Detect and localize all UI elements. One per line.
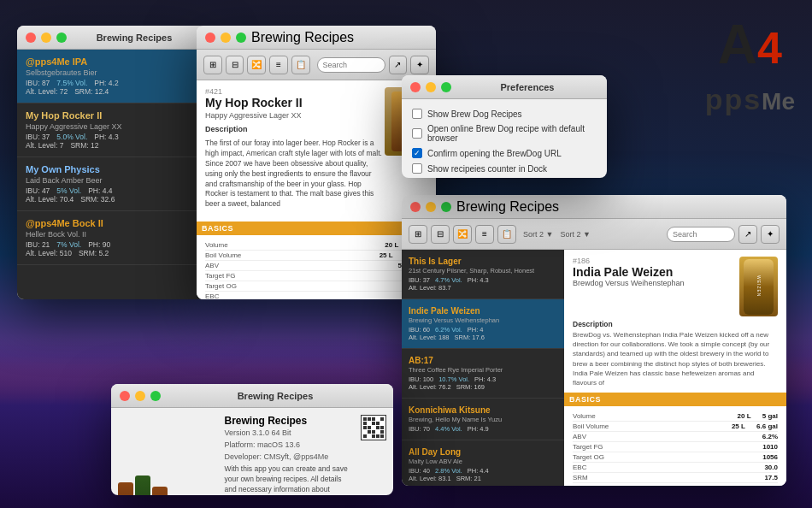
- ibu-val: IBU: 21: [26, 240, 50, 249]
- checkbox-3[interactable]: ✓: [412, 148, 422, 158]
- srm-v: 17.5: [764, 474, 778, 481]
- right-list-item[interactable]: All Day Long Malty Low ABV Ale IBU: 40 2…: [402, 440, 564, 486]
- rli-abv: 2.8% Vol.: [435, 467, 462, 475]
- about-platform: Platform: macOS 13.6: [225, 440, 353, 449]
- toolbar-btn-5[interactable]: 📋: [291, 56, 310, 74]
- close-button-main[interactable]: [205, 32, 215, 43]
- right-btn-3[interactable]: 🔀: [453, 225, 472, 244]
- rli-sub: 21st Century Pilsner, Sharp, Robust, Hon…: [409, 267, 557, 275]
- recipe-info: #421 My Hop Rocker II Happy Aggressive L…: [205, 87, 385, 216]
- maximize-button[interactable]: [56, 32, 67, 43]
- pref-item-3[interactable]: ✓ Confirm opening the BrewDog URL: [412, 145, 597, 161]
- item-stats: IBU: 37 5.0% Vol. PH: 4.3: [26, 133, 197, 141]
- maximize-button-main[interactable]: [236, 32, 246, 43]
- right-list-item[interactable]: Konnichiwa Kitsune Brewing, Hello My Nam…: [402, 399, 564, 440]
- rli-stats: IBU: 60 6.2% Vol. PH: 4: [409, 326, 557, 334]
- right-list-item[interactable]: This Is Lager 21st Century Pilsner, Shar…: [402, 250, 564, 299]
- maximize-about[interactable]: [150, 391, 161, 401]
- search-button[interactable]: ↗: [389, 56, 408, 74]
- boil-label: Boil Volume: [205, 251, 241, 259]
- rli-ph: PH: 4.3: [468, 276, 489, 284]
- minimize-prefs[interactable]: [426, 82, 436, 92]
- close-prefs[interactable]: [410, 82, 421, 92]
- right-list-item[interactable]: Indie Pale Weizen Brewing Versus Weihens…: [402, 299, 564, 349]
- about-title: Brewing Recipes: [166, 391, 385, 401]
- rli-ibu: IBU: 100: [409, 375, 433, 383]
- add-button[interactable]: ✦: [410, 56, 429, 74]
- minimize-button-main[interactable]: [221, 32, 231, 43]
- detail-info: #186 India Pale Weizen Brewdog Versus We…: [573, 257, 684, 316]
- item-subtitle: Laid Back Amber Beer: [26, 176, 197, 185]
- ebc-label: EBC: [205, 292, 219, 299]
- toolbar-btn-2[interactable]: ⊟: [226, 56, 244, 74]
- right-btn-2[interactable]: ⊟: [431, 225, 450, 244]
- vol-val: 20 L 5 gal: [738, 412, 778, 420]
- checkbox-1[interactable]: [412, 109, 422, 119]
- item-name: My Own Physics: [26, 164, 197, 174]
- close-right[interactable]: [410, 202, 421, 212]
- right-btn-5[interactable]: 📋: [497, 225, 516, 244]
- list-item[interactable]: My Hop Rocker II Happy Aggressive Lager …: [17, 103, 205, 157]
- detail-description: BrewDog vs. Weihenstephan India Pale Wei…: [573, 330, 778, 387]
- close-button[interactable]: [26, 32, 36, 43]
- search-input[interactable]: [317, 57, 385, 73]
- list-item[interactable]: My Own Physics Laid Back Amber Beer IBU:…: [17, 157, 205, 211]
- right-list-item[interactable]: AB:17 Three Coffee Rye Imperial Porter I…: [402, 349, 564, 399]
- ph-val: PH: 4.4: [88, 186, 112, 195]
- description-label: Description: [573, 320, 778, 328]
- sort-label: Sort 2 ▼: [523, 230, 553, 239]
- minimize-right[interactable]: [426, 202, 436, 212]
- close-about[interactable]: [120, 391, 130, 401]
- about-content: apps BREWING RECIPES Brewing Recipes Ver…: [111, 408, 393, 495]
- pref-label-3: Confirm opening the BrewDog URL: [427, 149, 562, 158]
- window-right: Brewing Recipes ⊞ ⊟ 🔀 ≡ 📋 Sort 2 ▼ Sort …: [402, 195, 786, 486]
- list-item[interactable]: @pps4Me IPA Selbstgebrautes Bier IBU: 87…: [17, 50, 205, 103]
- rli-name: Konnichiwa Kitsune: [409, 405, 557, 415]
- titlebar-sidebar: Brewing Recipes: [17, 26, 205, 50]
- pref-item-4[interactable]: Show recipeies counter in Dock: [412, 161, 597, 176]
- srm-val: SRM: 32.6: [80, 195, 115, 204]
- about-developer: Developer: CMSyft, @pps4Me: [225, 452, 353, 461]
- rli-ph: PH: 4: [468, 326, 484, 334]
- right-btn-4[interactable]: ≡: [475, 225, 494, 244]
- list-item[interactable]: @pps4Me Bock II Heller Bock Vol. II IBU:…: [17, 211, 205, 265]
- maximize-right[interactable]: [441, 202, 451, 212]
- maximize-prefs[interactable]: [441, 82, 451, 92]
- item-name: My Hop Rocker II: [26, 110, 197, 121]
- toolbar-btn-3[interactable]: 🔀: [247, 56, 266, 74]
- prefs-title: Preferences: [456, 82, 598, 92]
- rli-stats: IBU: 100 10.7% Vol. PH: 4.3: [409, 375, 557, 383]
- ebc-l: EBC: [573, 464, 586, 471]
- checkbox-2[interactable]: [412, 128, 422, 139]
- rli-stats: IBU: 70 4.4% Vol. PH: 4.9: [409, 425, 557, 433]
- toolbar-btn-4[interactable]: ≡: [269, 56, 288, 74]
- pref-item-1[interactable]: Show Brew Dog Recipes: [412, 106, 597, 121]
- bottle-2: [135, 476, 150, 495]
- ph-val: PH: 90: [88, 240, 110, 249]
- minimize-button[interactable]: [41, 32, 51, 43]
- rli-stats-2: Alt. Level: 188 SRM: 17.6: [409, 334, 557, 341]
- fg-v: 1010: [762, 443, 778, 451]
- about-version: Version 3.1.0 64 Bit: [225, 428, 353, 437]
- rli-srm: SRM: 169: [456, 383, 485, 391]
- rli-abv: 10.7% Vol.: [438, 375, 469, 383]
- level-val: Alt. Level: 70.4: [26, 195, 74, 204]
- abv-val: 7% Vol.: [56, 240, 81, 249]
- right-search-input[interactable]: [667, 227, 735, 242]
- pref-item-2[interactable]: Open online Brew Dog recipe with default…: [412, 121, 597, 145]
- window-preferences: Preferences Show Brew Dog Recipes Open o…: [402, 75, 607, 178]
- ph-val: PH: 4.2: [94, 79, 118, 87]
- abv-val: 5.0% Vol.: [56, 133, 87, 141]
- checkbox-4[interactable]: [412, 163, 422, 174]
- og-v: 1056: [762, 453, 778, 461]
- toolbar-btn-1[interactable]: ⊞: [203, 56, 222, 74]
- right-toolbar: ⊞ ⊟ 🔀 ≡ 📋 Sort 2 ▼ Sort 2 ▼ ↗ ✦: [402, 219, 786, 250]
- right-search-btn[interactable]: ↗: [738, 225, 757, 244]
- right-btn-1[interactable]: ⊞: [409, 225, 427, 244]
- minimize-about[interactable]: [135, 391, 145, 401]
- rli-srm: SRM: 21: [456, 475, 481, 482]
- recipe-description: The first of our foray into lager beer. …: [205, 139, 385, 210]
- right-add-btn[interactable]: ✦: [761, 225, 780, 244]
- rli-name: AB:17: [409, 356, 557, 365]
- rli-level: Alt. Level: 188: [409, 334, 450, 341]
